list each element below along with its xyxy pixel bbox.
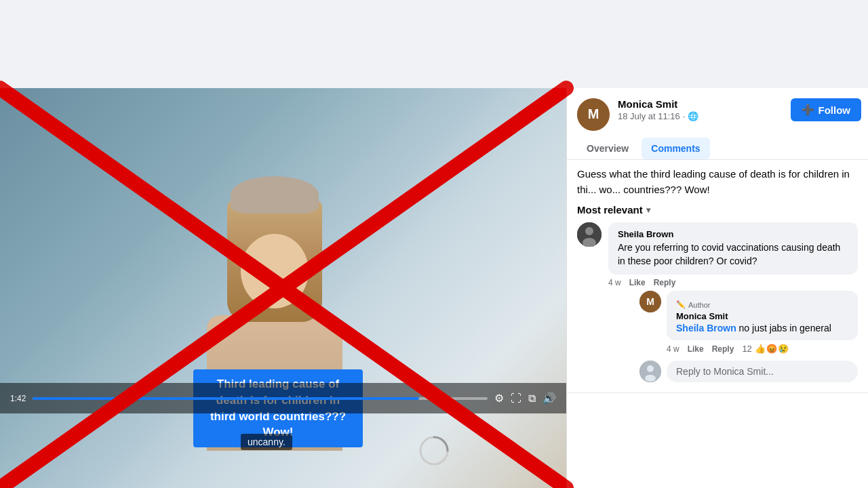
progress-fill xyxy=(33,397,419,400)
thumbs-up-emoji: 👍 xyxy=(755,344,766,354)
follow-plus-icon: ➕ xyxy=(802,104,814,116)
loading-spinner xyxy=(417,434,451,468)
reply-content: no just jabs in general xyxy=(739,323,831,333)
bottom-divider xyxy=(567,392,868,393)
angry-emoji: 😡 xyxy=(766,344,777,354)
fb-tabs: Overview Comments xyxy=(567,138,868,160)
reaction-emojis: 👍 😡 😢 xyxy=(755,344,789,354)
post-date: 18 July at 11:16 xyxy=(618,111,680,121)
user-avatar: M xyxy=(577,98,610,131)
like-button[interactable]: Like xyxy=(629,278,646,287)
comment-time: 4 w xyxy=(608,278,621,287)
fullscreen-icon[interactable]: ⛶ xyxy=(511,392,521,405)
video-section[interactable]: Third leading cause of death is for chil… xyxy=(0,88,566,488)
reply-reply-button[interactable]: Reply xyxy=(712,344,734,354)
reply-actions: 4 w Like Reply 12 👍 😡 😢 xyxy=(667,344,858,354)
sad-emoji: 😢 xyxy=(778,344,789,354)
reaction-number: 12 xyxy=(742,344,751,354)
comment-item: Sheila Brown Are you referring to covid … xyxy=(577,222,858,382)
top-bar xyxy=(0,0,868,88)
tab-comments[interactable]: Comments xyxy=(642,138,709,159)
reply-input-row: Reply to Monica Smit... xyxy=(639,361,858,382)
follow-button[interactable]: ➕ Follow xyxy=(791,98,862,121)
commenter-avatar xyxy=(577,222,601,247)
reply-button[interactable]: Reply xyxy=(654,278,676,287)
time-display: 1:42 xyxy=(10,394,26,403)
reply-input[interactable]: Reply to Monica Smit... xyxy=(667,361,858,382)
reply-text: Sheila Brown no just jabs in general xyxy=(676,323,848,333)
pip-icon[interactable]: ⧉ xyxy=(528,392,536,405)
comment-author: Sheila Brown xyxy=(618,229,848,239)
post-text: Guess what the third leading cause of de… xyxy=(567,167,868,204)
sort-label: Most relevant xyxy=(577,204,643,216)
tab-overview[interactable]: Overview xyxy=(577,138,638,159)
person-hat xyxy=(231,176,319,214)
comment-section: Sheila Brown Are you referring to covid … xyxy=(567,222,868,382)
comment-text: Are you referring to covid vaccinations … xyxy=(618,241,848,268)
volume-icon[interactable]: 🔊 xyxy=(542,392,556,405)
reaction-count: 12 👍 😡 😢 xyxy=(742,344,788,354)
chevron-down-icon: ▾ xyxy=(646,205,650,215)
reply-input-avatar xyxy=(639,361,661,382)
reply-time: 4 w xyxy=(667,344,679,354)
svg-text:M: M xyxy=(588,106,599,121)
facebook-sidebar: M Monica Smit 18 July at 11:16 · 🌐 ➕ Fol… xyxy=(566,88,868,488)
svg-point-5 xyxy=(585,227,593,235)
sort-selector[interactable]: Most relevant ▾ xyxy=(567,204,868,222)
mention: Sheila Brown xyxy=(676,323,736,333)
reply-section: M ✏️ Author Monica Smit xyxy=(639,291,858,354)
svg-point-10 xyxy=(647,365,654,372)
fb-header: M Monica Smit 18 July at 11:16 · 🌐 ➕ Fol… xyxy=(567,88,868,138)
content-area: Third leading cause of death is for chil… xyxy=(0,88,868,488)
author-badge: ✏️ Author xyxy=(676,300,710,309)
pencil-icon: ✏️ xyxy=(676,300,686,309)
video-subcaption: uncanny. xyxy=(241,434,292,450)
settings-icon[interactable]: ⚙ xyxy=(494,392,504,405)
person-face xyxy=(241,234,309,308)
author-label: Author xyxy=(688,301,710,309)
privacy-icon: · xyxy=(683,111,686,121)
comment-actions: 4 w Like Reply xyxy=(608,278,858,287)
video-controls[interactable]: 1:42 ⚙ ⛶ ⧉ 🔊 xyxy=(0,383,566,413)
person-hair xyxy=(227,200,322,322)
follow-label: Follow xyxy=(818,104,851,116)
reply-bubble: ✏️ Author Monica Smit Sheila Brown no ju… xyxy=(667,291,858,340)
svg-text:M: M xyxy=(646,296,654,307)
svg-point-11 xyxy=(645,375,656,382)
reply-like-button[interactable]: Like xyxy=(688,344,704,354)
globe-icon: 🌐 xyxy=(688,111,698,121)
comment-bubble: Sheila Brown Are you referring to covid … xyxy=(608,222,858,274)
reply-author: Monica Smit xyxy=(676,311,848,321)
progress-bar[interactable] xyxy=(33,397,488,400)
